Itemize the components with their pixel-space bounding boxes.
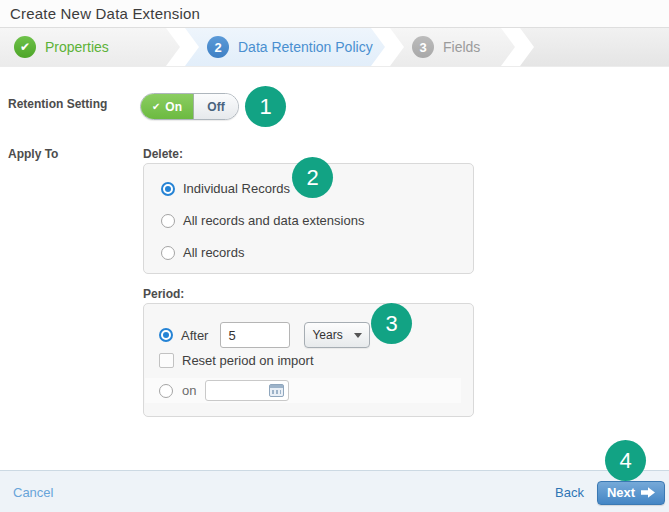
- step-data-retention-policy-label: Data Retention Policy: [238, 39, 373, 55]
- footer-bar: Cancel Back Next: [0, 470, 669, 512]
- option-all-records[interactable]: All records: [161, 245, 473, 260]
- check-icon: ✔: [152, 101, 160, 112]
- date-input[interactable]: [205, 380, 289, 401]
- reset-period-checkbox[interactable]: [159, 353, 174, 368]
- step-2-number: 2: [207, 36, 229, 58]
- period-unit-dropdown[interactable]: Years: [304, 322, 370, 348]
- reset-period-label: Reset period on import: [182, 353, 314, 368]
- wizard-step-bar: ✔ Properties 2 Data Retention Policy 3 F…: [0, 28, 669, 67]
- step-3-number: 3: [412, 36, 434, 58]
- period-on-row: on: [145, 378, 461, 403]
- callout-3: 3: [371, 303, 412, 344]
- check-circle-icon: ✔: [14, 36, 36, 58]
- callout-4: 4: [605, 440, 646, 481]
- step-bar-filler: [520, 28, 669, 66]
- period-unit-value: Years: [312, 328, 342, 342]
- apply-to-label: Apply To: [8, 147, 58, 161]
- option-individual-records-label: Individual Records: [183, 181, 290, 196]
- retention-toggle[interactable]: ✔ On Off: [140, 93, 239, 120]
- period-after-row: After Years: [159, 322, 370, 348]
- next-button-label: Next: [607, 485, 635, 500]
- create-data-extension-dialog: Create New Data Extension ✔ Properties 2…: [0, 0, 669, 512]
- radio-individual-records[interactable]: [161, 182, 175, 196]
- option-all-records-and-extensions[interactable]: All records and data extensions: [161, 213, 473, 228]
- toggle-on-label: On: [165, 100, 182, 114]
- period-value-input[interactable]: [220, 322, 290, 348]
- next-button[interactable]: Next: [597, 481, 665, 505]
- radio-all-records[interactable]: [161, 246, 175, 260]
- radio-all-records-and-extensions[interactable]: [161, 214, 175, 228]
- step-fields[interactable]: 3 Fields: [390, 28, 515, 66]
- step-properties-label: Properties: [45, 39, 109, 55]
- delete-label: Delete:: [143, 147, 183, 161]
- period-label: Period:: [143, 287, 184, 301]
- toggle-off-segment[interactable]: Off: [194, 94, 238, 119]
- toggle-off-label: Off: [207, 100, 224, 114]
- step-data-retention-policy[interactable]: 2 Data Retention Policy: [185, 28, 385, 66]
- toggle-on-segment[interactable]: ✔ On: [141, 94, 194, 119]
- option-all-records-and-extensions-label: All records and data extensions: [183, 213, 364, 228]
- chevron-down-icon: [354, 333, 362, 338]
- cancel-link[interactable]: Cancel: [13, 485, 53, 500]
- arrow-right-icon: [641, 487, 655, 498]
- after-label: After: [181, 328, 208, 343]
- calendar-icon[interactable]: [269, 384, 284, 397]
- radio-after[interactable]: [159, 328, 173, 342]
- title-bar: Create New Data Extension: [0, 0, 669, 28]
- back-link[interactable]: Back: [555, 485, 584, 500]
- callout-2: 2: [292, 157, 333, 198]
- retention-setting-label: Retention Setting: [8, 97, 107, 111]
- option-all-records-label: All records: [183, 245, 244, 260]
- page-title: Create New Data Extension: [10, 5, 200, 22]
- reset-period-row[interactable]: Reset period on import: [159, 353, 314, 368]
- step-properties[interactable]: ✔ Properties: [0, 28, 180, 66]
- on-label: on: [182, 383, 196, 398]
- step-fields-label: Fields: [443, 39, 480, 55]
- radio-on-date[interactable]: [159, 384, 173, 398]
- period-panel: After Years Reset period on import on: [143, 303, 474, 417]
- callout-1: 1: [245, 86, 286, 127]
